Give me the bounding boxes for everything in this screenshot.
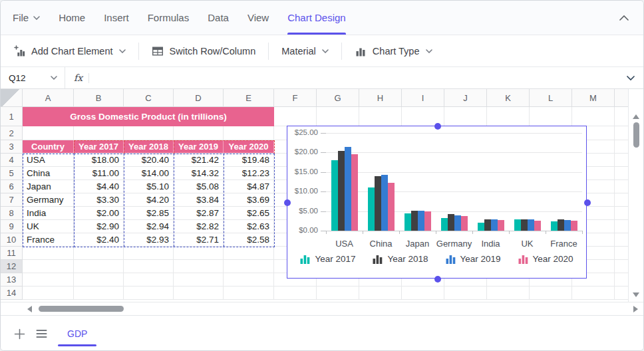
cell-g1[interactable]	[317, 107, 359, 126]
bar-year-2020-china[interactable]	[388, 183, 395, 231]
cell-m14[interactable]	[572, 287, 615, 300]
cell-n12[interactable]	[615, 260, 629, 273]
cell-b10[interactable]: $2.40	[74, 233, 124, 247]
cell-d10[interactable]: $2.71	[174, 233, 224, 247]
cell-b4[interactable]: $18.00	[74, 154, 124, 167]
row-header-2[interactable]: 2	[1, 126, 23, 140]
cell-n11[interactable]	[615, 247, 629, 260]
cell-l14[interactable]	[530, 287, 572, 300]
cell-d3[interactable]: Year 2019	[174, 140, 224, 154]
cell-n14[interactable]	[615, 287, 629, 300]
cell-a5[interactable]: China	[23, 167, 74, 180]
bar-year-2019-germany[interactable]	[454, 215, 461, 231]
cell-b13[interactable]	[74, 273, 124, 287]
bar-year-2018-china[interactable]	[375, 176, 381, 231]
bar-year-2019-japan[interactable]	[418, 211, 424, 231]
cell-n10[interactable]	[615, 233, 629, 247]
cell-c4[interactable]: $20.40	[124, 154, 174, 167]
vertical-scroll-thumb[interactable]	[633, 122, 639, 148]
row-header-4[interactable]: 4	[1, 154, 23, 167]
cell-a12[interactable]	[23, 260, 74, 273]
row-header-5[interactable]: 5	[1, 167, 23, 180]
column-header-k[interactable]: K	[487, 89, 530, 107]
cell-a3[interactable]: Country	[23, 140, 74, 154]
column-header-n[interactable]	[615, 89, 629, 107]
bar-year-2017-usa[interactable]	[331, 160, 338, 231]
cell-b2[interactable]	[74, 126, 124, 140]
cell-c5[interactable]: $14.00	[124, 167, 174, 180]
cell-a7[interactable]: Germany	[23, 193, 74, 207]
legend-item-year-2017[interactable]: Year 2017	[300, 254, 355, 264]
column-header-a[interactable]: A	[23, 89, 74, 107]
cell-b3[interactable]: Year 2017	[74, 140, 124, 154]
cell-c12[interactable]	[124, 260, 174, 273]
bar-year-2020-usa[interactable]	[351, 154, 358, 231]
column-header-i[interactable]: I	[402, 89, 444, 107]
bar-year-2017-india[interactable]	[478, 223, 484, 231]
cell-d9[interactable]: $2.82	[174, 220, 224, 233]
cell-b8[interactable]: $2.00	[74, 207, 124, 220]
cell-e3[interactable]: Year 2020	[224, 140, 274, 154]
row-header-7[interactable]: 7	[1, 193, 23, 207]
cell-b9[interactable]: $2.90	[74, 220, 124, 233]
bar-year-2018-france[interactable]	[558, 219, 564, 231]
cell-d14[interactable]	[174, 287, 224, 300]
bar-year-2018-japan[interactable]	[411, 211, 418, 231]
column-header-h[interactable]: H	[359, 89, 402, 107]
cell-b14[interactable]	[74, 287, 124, 300]
vertical-scrollbar[interactable]	[628, 89, 643, 302]
cell-m1[interactable]	[572, 107, 615, 126]
cell-c7[interactable]: $4.20	[124, 193, 174, 207]
cell-d2[interactable]	[174, 126, 224, 140]
horizontal-scrollbar[interactable]	[1, 302, 643, 315]
cell-n8[interactable]	[615, 207, 629, 220]
cell-d4[interactable]: $21.42	[174, 154, 224, 167]
add-sheet-button[interactable]	[14, 328, 25, 340]
cell-e7[interactable]: $3.69	[224, 193, 274, 207]
legend-item-year-2020[interactable]: Year 2020	[518, 254, 573, 264]
switch-row-column-button[interactable]: Switch Row/Column	[144, 39, 263, 63]
cell-h1[interactable]	[359, 107, 402, 126]
row-header-11[interactable]: 11	[1, 247, 23, 260]
horizontal-scroll-thumb[interactable]	[39, 306, 124, 312]
cell-c9[interactable]: $2.94	[124, 220, 174, 233]
cell-e11[interactable]	[224, 247, 274, 260]
cell-e13[interactable]	[224, 273, 274, 287]
cell-c14[interactable]	[124, 287, 174, 300]
cell-a8[interactable]: India	[23, 207, 74, 220]
bar-year-2017-china[interactable]	[368, 187, 375, 231]
cell-e14[interactable]	[224, 287, 274, 300]
cell-n4[interactable]	[615, 154, 629, 167]
cell-c6[interactable]: $5.10	[124, 180, 174, 193]
column-header-c[interactable]: C	[124, 89, 174, 107]
column-header-m[interactable]: M	[572, 89, 615, 107]
bar-year-2018-uk[interactable]	[521, 219, 528, 231]
column-header-e[interactable]: E	[224, 89, 274, 107]
cell-c2[interactable]	[124, 126, 174, 140]
cell-b12[interactable]	[74, 260, 124, 273]
bar-year-2018-germany[interactable]	[448, 214, 454, 231]
menu-item-view[interactable]: View	[247, 1, 269, 35]
embedded-chart[interactable]: $0.00$5.00$10.00$15.00$20.00$25.00USAChi…	[287, 126, 587, 279]
cell-b7[interactable]: $3.30	[74, 193, 124, 207]
column-header-g[interactable]: G	[317, 89, 359, 107]
cell-d5[interactable]: $14.32	[174, 167, 224, 180]
cell-e4[interactable]: $19.48	[224, 154, 274, 167]
add-chart-element-button[interactable]: Add Chart Element	[6, 39, 133, 63]
cell-j1[interactable]	[444, 107, 487, 126]
cell-a13[interactable]	[23, 273, 74, 287]
column-header-d[interactable]: D	[174, 89, 224, 107]
formula-bar-expand-button[interactable]	[618, 76, 643, 80]
cell-h14[interactable]	[359, 287, 402, 300]
cell-c11[interactable]	[124, 247, 174, 260]
row-header-14[interactable]: 14	[1, 287, 23, 300]
column-header-j[interactable]: J	[444, 89, 487, 107]
row-header-8[interactable]: 8	[1, 207, 23, 220]
chart-resize-handle-bottom[interactable]	[434, 276, 441, 283]
cell-e9[interactable]: $2.63	[224, 220, 274, 233]
cell-b6[interactable]: $4.40	[74, 180, 124, 193]
cell-a9[interactable]: UK	[23, 220, 74, 233]
column-header-b[interactable]: B	[74, 89, 124, 107]
cell-e8[interactable]: $2.65	[224, 207, 274, 220]
cell-d6[interactable]: $5.08	[174, 180, 224, 193]
